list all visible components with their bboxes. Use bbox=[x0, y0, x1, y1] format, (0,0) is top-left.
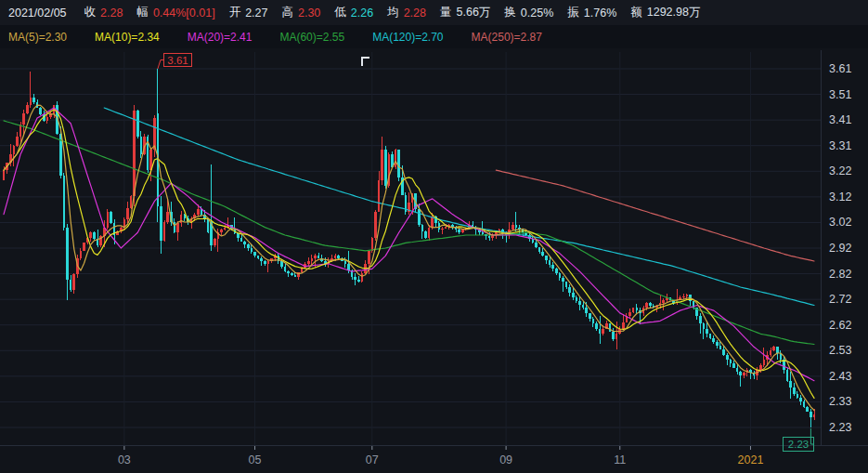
quote-field-value: 2.26 bbox=[351, 7, 373, 20]
ma-legend-item: MA(120)=2.70 bbox=[372, 31, 443, 44]
quote-field-value: 0.44%[0.01] bbox=[153, 7, 215, 20]
quote-field: 高2.30 bbox=[281, 5, 320, 20]
y-axis-tick: 3.31 bbox=[829, 139, 851, 152]
ma-legend-item: MA(10)=2.34 bbox=[95, 31, 160, 44]
y-axis-tick: 3.12 bbox=[829, 191, 851, 204]
quote-field-value: 2.27 bbox=[245, 7, 267, 20]
ma-legend-item: MA(250)=2.87 bbox=[472, 31, 542, 44]
y-axis-tick: 3.61 bbox=[829, 62, 851, 75]
x-axis-tick: 09 bbox=[499, 453, 512, 466]
quote-field-value: 1292.98万 bbox=[647, 5, 701, 20]
quote-field-value: 1.76% bbox=[584, 7, 616, 20]
quote-field-value: 5.66万 bbox=[457, 5, 491, 20]
quote-field-label: 收 bbox=[84, 5, 97, 20]
y-axis-tick: 3.41 bbox=[829, 113, 851, 126]
quote-field: 收2.28 bbox=[84, 5, 123, 20]
x-axis-tick: 03 bbox=[118, 453, 131, 466]
quote-field-label: 幅 bbox=[136, 5, 149, 20]
y-axis-tick: 2.53 bbox=[829, 344, 851, 357]
y-axis-tick: 2.72 bbox=[829, 293, 851, 306]
ma-legend-item: MA(5)=2.30 bbox=[8, 31, 67, 44]
ma-legend-bar: MA(5)=2.30MA(10)=2.34MA(20)=2.41MA(60)=2… bbox=[0, 25, 868, 48]
x-axis-tick: 05 bbox=[249, 453, 262, 466]
quote-field-label: 换 bbox=[504, 5, 516, 20]
y-axis-tick: 2.43 bbox=[829, 370, 851, 383]
y-axis-tick: 2.62 bbox=[829, 319, 851, 332]
y-axis-tick: 2.23 bbox=[829, 421, 851, 434]
quote-field-label: 额 bbox=[630, 5, 642, 20]
quote-field: 额1292.98万 bbox=[630, 5, 700, 20]
quote-field-value: 2.30 bbox=[298, 7, 320, 20]
quote-field-value: 2.28 bbox=[100, 7, 123, 20]
y-axis-tick: 2.82 bbox=[829, 268, 851, 281]
quote-field-label: 量 bbox=[440, 5, 452, 20]
x-axis-tick: 2021 bbox=[738, 453, 764, 466]
quote-field-label: 开 bbox=[229, 5, 241, 20]
quote-field: 开2.27 bbox=[229, 5, 268, 20]
y-axis-tick: 2.33 bbox=[829, 395, 851, 408]
y-axis-labels: 3.613.513.413.313.223.123.022.922.822.72… bbox=[829, 62, 851, 434]
quote-field-label: 均 bbox=[387, 5, 399, 20]
quote-field: 量5.66万 bbox=[440, 5, 490, 20]
quote-field-value: 2.28 bbox=[404, 7, 426, 20]
svg-text:2.23: 2.23 bbox=[788, 439, 809, 450]
quote-field-label: 低 bbox=[334, 5, 346, 20]
y-axis-tick: 2.92 bbox=[829, 242, 851, 255]
y-axis-tick: 3.51 bbox=[829, 88, 851, 101]
quote-field: 均2.28 bbox=[387, 5, 426, 20]
kline-chart[interactable]: 3.613.513.413.313.223.123.022.922.822.72… bbox=[0, 0, 868, 473]
quote-field-label: 振 bbox=[567, 5, 579, 20]
y-axis-tick: 3.02 bbox=[829, 216, 851, 229]
quote-field-label: 高 bbox=[281, 5, 293, 20]
quote-summary-bar: 2021/02/05 收2.28幅0.44%[0.01]开2.27高2.30低2… bbox=[0, 0, 868, 25]
svg-text:3.61: 3.61 bbox=[167, 55, 188, 66]
quote-field-value: 0.25% bbox=[521, 7, 553, 20]
quote-fields: 收2.28幅0.44%[0.01]开2.27高2.30低2.26均2.28量5.… bbox=[84, 5, 701, 20]
quote-field: 低2.26 bbox=[334, 5, 373, 20]
y-axis-tick: 3.22 bbox=[829, 164, 851, 177]
quote-date: 2021/02/05 bbox=[8, 7, 67, 20]
ma-legend-item: MA(20)=2.41 bbox=[188, 31, 253, 44]
x-axis-tick: 11 bbox=[614, 453, 626, 466]
quote-field: 幅0.44%[0.01] bbox=[136, 5, 214, 20]
stock-chart-app: 3.613.513.413.313.223.123.022.922.822.72… bbox=[0, 0, 868, 473]
x-axis-tick: 07 bbox=[366, 453, 379, 466]
ma-legend-item: MA(60)=2.55 bbox=[279, 31, 344, 44]
quote-field: 振1.76% bbox=[567, 5, 616, 20]
quote-field: 换0.25% bbox=[504, 5, 553, 20]
